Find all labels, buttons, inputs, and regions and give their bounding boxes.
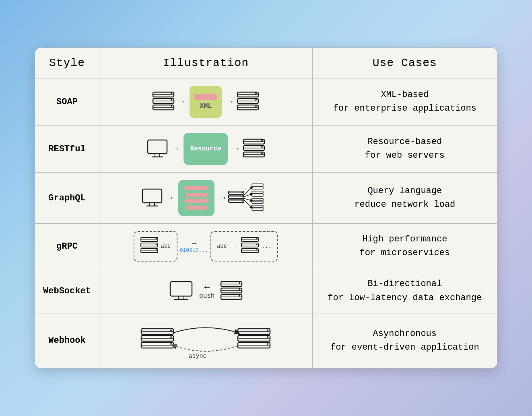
svg-text:async: async bbox=[189, 353, 207, 360]
style-webhook: Webhook bbox=[35, 313, 99, 368]
illus-websocket: ← push bbox=[99, 269, 312, 313]
svg-point-103 bbox=[267, 330, 268, 331]
svg-line-45 bbox=[244, 200, 252, 208]
monitor-icon bbox=[139, 185, 165, 211]
table-row: RESTful → Resource bbox=[35, 126, 497, 173]
grpc-server-box: abc → bbox=[210, 231, 278, 262]
usecase-webhook: Asynchronous for event-driven applicatio… bbox=[312, 313, 497, 368]
gql-line3 bbox=[184, 199, 208, 203]
arrow-soap-2: → bbox=[227, 97, 233, 107]
server-icon bbox=[235, 89, 261, 115]
svg-rect-30 bbox=[142, 189, 162, 203]
server-icon bbox=[241, 136, 267, 162]
style-grpc: gRPC bbox=[35, 224, 99, 269]
abc-label-right: abc bbox=[217, 243, 227, 249]
svg-point-8 bbox=[171, 105, 172, 107]
resource-label: Resource bbox=[190, 145, 221, 152]
arrow-gql-2: → bbox=[220, 193, 225, 203]
svg-point-14 bbox=[255, 99, 257, 101]
style-websocket: WebSocket bbox=[35, 269, 99, 313]
arrow-rest-1: → bbox=[173, 144, 178, 154]
usecase-line2: for microservices bbox=[325, 246, 485, 260]
svg-point-91 bbox=[239, 295, 240, 297]
svg-point-100 bbox=[170, 343, 172, 345]
table-row: Webhook bbox=[35, 313, 497, 368]
usecase-restful: Resource-based for web servers bbox=[312, 126, 497, 173]
usecase-line1: High performance bbox=[325, 233, 485, 246]
svg-point-94 bbox=[170, 330, 172, 331]
usecase-line2: for event-driven application bbox=[325, 341, 485, 354]
binary-label: 010010... bbox=[180, 247, 208, 253]
svg-point-29 bbox=[261, 152, 263, 154]
monitor-icon bbox=[144, 136, 170, 162]
abc-label-right2: ... bbox=[262, 243, 272, 249]
illus-soap: → XML → bbox=[99, 78, 312, 126]
gql-line4 bbox=[186, 206, 207, 210]
svg-point-85 bbox=[239, 282, 240, 284]
usecase-line1: XML-based bbox=[325, 88, 485, 102]
svg-point-5 bbox=[171, 99, 172, 101]
xml-pink-bar bbox=[194, 94, 217, 100]
svg-point-49 bbox=[262, 187, 262, 188]
graphql-box bbox=[178, 180, 214, 216]
push-label: push bbox=[199, 292, 214, 300]
table-row: WebSocket ← push bbox=[35, 269, 497, 313]
svg-rect-54 bbox=[252, 198, 263, 201]
usecase-line1: Query language bbox=[325, 184, 485, 198]
server-icon bbox=[219, 278, 244, 304]
svg-point-38 bbox=[242, 196, 243, 198]
illus-restful: → Resource → bbox=[99, 126, 312, 173]
svg-rect-48 bbox=[252, 187, 263, 189]
server-icon bbox=[241, 236, 259, 257]
svg-point-11 bbox=[255, 93, 257, 94]
usecase-soap: XML-based for enterprise applications bbox=[312, 78, 497, 126]
comparison-table: Style Illustration Use Cases SOAP bbox=[35, 47, 497, 368]
usecase-line2: reduce network load bbox=[325, 198, 485, 212]
svg-point-88 bbox=[239, 288, 240, 290]
usecase-line2: for low-latency data exchange bbox=[325, 291, 485, 305]
svg-point-59 bbox=[262, 206, 262, 207]
arrow-gql-1: → bbox=[167, 193, 173, 203]
webhook-illustration: async bbox=[137, 321, 274, 361]
svg-point-61 bbox=[262, 209, 262, 210]
svg-point-53 bbox=[262, 195, 262, 196]
xml-box: XML bbox=[190, 86, 222, 118]
svg-point-55 bbox=[262, 199, 262, 200]
svg-rect-58 bbox=[252, 205, 263, 208]
main-card: Style Illustration Use Cases SOAP bbox=[35, 47, 497, 368]
header-usecases: Use Cases bbox=[312, 48, 497, 78]
usecase-websocket: Bi-directional for low-latency data exch… bbox=[312, 269, 497, 313]
svg-point-2 bbox=[171, 93, 172, 94]
illus-graphql: → → bbox=[99, 173, 312, 224]
usecase-line1: Asynchronous bbox=[325, 327, 485, 341]
resource-box: Resource bbox=[184, 133, 228, 165]
svg-point-17 bbox=[255, 105, 257, 107]
svg-rect-52 bbox=[252, 194, 263, 196]
svg-line-42 bbox=[244, 187, 252, 195]
svg-point-57 bbox=[262, 202, 262, 203]
usecase-line2: for web servers bbox=[325, 149, 485, 163]
arrow-rest-2: → bbox=[233, 144, 239, 154]
style-restful: RESTful bbox=[35, 126, 99, 173]
svg-point-106 bbox=[267, 336, 268, 338]
grpc-client-box: abc bbox=[134, 231, 177, 262]
svg-point-26 bbox=[261, 146, 263, 148]
gql-line2 bbox=[186, 193, 207, 197]
usecase-line1: Resource-based bbox=[325, 135, 485, 149]
svg-point-70 bbox=[155, 249, 157, 251]
svg-point-109 bbox=[267, 343, 268, 345]
push-arrow: ← bbox=[204, 282, 210, 292]
svg-point-79 bbox=[256, 249, 257, 251]
svg-point-51 bbox=[262, 192, 262, 193]
usecase-line1: Bi-directional bbox=[325, 277, 485, 291]
svg-point-41 bbox=[242, 200, 243, 202]
svg-point-35 bbox=[242, 192, 243, 194]
header-style: Style bbox=[35, 48, 99, 78]
svg-line-44 bbox=[244, 198, 252, 201]
illus-grpc: abc → 010010... abc → bbox=[99, 224, 312, 269]
server-icon bbox=[140, 236, 159, 257]
svg-point-67 bbox=[155, 244, 157, 245]
style-graphql: GraphQL bbox=[35, 173, 99, 224]
table-row: GraphQL → bbox=[35, 173, 497, 224]
illus-webhook: async bbox=[99, 313, 312, 368]
